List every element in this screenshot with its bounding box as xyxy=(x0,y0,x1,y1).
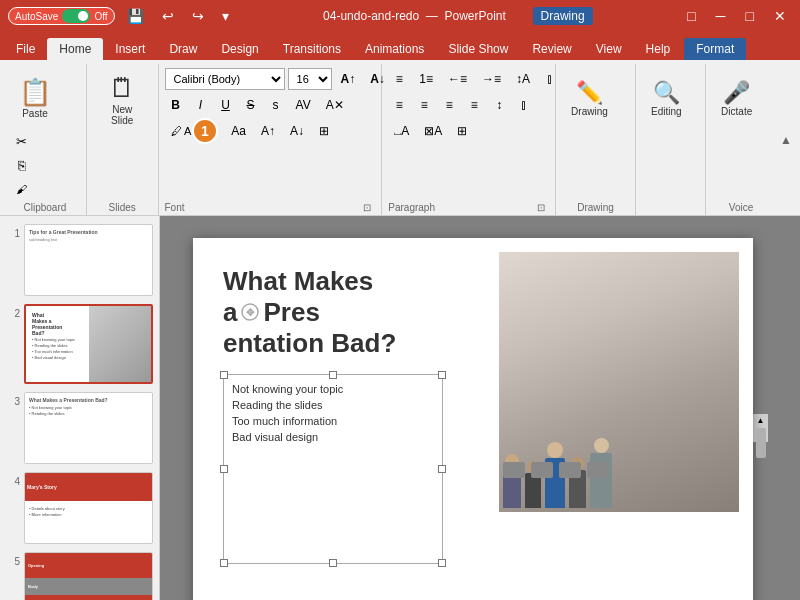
slide-thumb-1[interactable]: 1 Tips for a Great Presentation subheadi… xyxy=(6,224,153,296)
drawing-tab-title: Drawing xyxy=(533,7,593,25)
autosave-state: Off xyxy=(94,11,107,22)
canvas-scrollbar: ▲ ▼ xyxy=(753,414,767,442)
minimize-button[interactable]: ─ xyxy=(710,6,732,26)
italic-button[interactable]: I xyxy=(190,94,212,116)
clipboard-label: Clipboard xyxy=(24,200,67,215)
para-content: ≡ 1≡ ←≡ →≡ ↕A ⫿ ≡ ≡ ≡ ≡ ↕ ⫿ ⎵A ⊠A ⊞ xyxy=(388,64,561,200)
scroll-up-button[interactable]: ▲ xyxy=(754,414,768,428)
more-font-button[interactable]: ⊞ xyxy=(313,120,335,142)
copy-button[interactable]: ⎘ xyxy=(10,154,33,176)
text-direction-button[interactable]: ⎵A xyxy=(388,120,415,142)
tab-slideshow[interactable]: Slide Show xyxy=(436,38,520,60)
drawing-button[interactable]: ✏️ Drawing xyxy=(562,68,617,128)
slide-preview-3[interactable]: What Makes a Presentation Bad? • Not kno… xyxy=(24,392,153,464)
inc-size-button[interactable]: A↑ xyxy=(255,120,281,142)
slide-preview-2[interactable]: What Makes a Presentation Bad? • Not kno… xyxy=(24,304,153,384)
new-slide-button[interactable]: 🗒 New Slide xyxy=(93,68,152,131)
indent-less-button[interactable]: ←≡ xyxy=(442,68,473,90)
columns-button[interactable]: ⫿ xyxy=(513,94,535,116)
tab-view[interactable]: View xyxy=(584,38,634,60)
step-indicator: 1 xyxy=(192,118,218,144)
char-spacing-button[interactable]: AV xyxy=(290,94,317,116)
format-painter-button[interactable]: 🖌 xyxy=(10,178,33,200)
handle-tl[interactable] xyxy=(220,371,228,379)
title-bar-title: 04-undo-and-redo — PowerPoint Drawing xyxy=(235,9,682,23)
maximize-button[interactable]: □ xyxy=(740,6,760,26)
editing-button[interactable]: 🔍 Editing xyxy=(642,68,691,128)
editing-content: 🔍 Editing xyxy=(642,64,691,211)
slide-preview-5[interactable]: Opening Body Close xyxy=(24,552,153,600)
tab-animations[interactable]: Animations xyxy=(353,38,436,60)
dictate-button[interactable]: 🎤 Dictate xyxy=(712,68,761,128)
paste-button[interactable]: 📋 Paste xyxy=(10,68,60,128)
slide-canvas[interactable]: What Makes a ✥ Pres entation Bad? xyxy=(193,238,753,601)
align-center-button[interactable]: ≡ xyxy=(413,94,435,116)
line-spacing-button[interactable]: ↕ xyxy=(488,94,510,116)
app-name: PowerPoint xyxy=(445,9,506,23)
bullet-list-button[interactable]: ≡ xyxy=(388,68,410,90)
ribbon-scroll-right[interactable]: ▲ xyxy=(776,64,796,215)
tab-home[interactable]: Home xyxy=(47,38,103,60)
font-size-select[interactable]: 16 xyxy=(288,68,332,90)
sort-button[interactable]: ↕A xyxy=(510,68,536,90)
font-case-button[interactable]: Aa xyxy=(225,120,252,142)
handle-ml[interactable] xyxy=(220,465,228,473)
text-box-selected[interactable]: Not knowing your topic Reading the slide… xyxy=(223,374,443,564)
para-group-dialog[interactable]: ⊡ xyxy=(533,200,549,215)
tab-design[interactable]: Design xyxy=(209,38,270,60)
slide-thumb-4[interactable]: 4 Mary's Story • Details about story • M… xyxy=(6,472,153,544)
slide-thumb-3[interactable]: 3 What Makes a Presentation Bad? • Not k… xyxy=(6,392,153,464)
indent-more-button[interactable]: →≡ xyxy=(476,68,507,90)
handle-tm[interactable] xyxy=(329,371,337,379)
handle-br[interactable] xyxy=(438,559,446,567)
handle-bm[interactable] xyxy=(329,559,337,567)
scroll-thumb[interactable] xyxy=(756,428,766,458)
tab-help[interactable]: Help xyxy=(634,38,683,60)
paste-label: Paste xyxy=(22,108,48,119)
slide-preview-4[interactable]: Mary's Story • Details about story • Mor… xyxy=(24,472,153,544)
tab-review[interactable]: Review xyxy=(520,38,583,60)
cut-button[interactable]: ✂ xyxy=(10,130,33,152)
svg-text:✥: ✥ xyxy=(246,307,255,318)
tab-transitions[interactable]: Transitions xyxy=(271,38,353,60)
tab-draw[interactable]: Draw xyxy=(157,38,209,60)
autosave-badge[interactable]: AutoSave Off xyxy=(8,7,115,25)
handle-mr[interactable] xyxy=(438,465,446,473)
file-name: 04-undo-and-redo xyxy=(323,9,419,23)
align-text-button[interactable]: ⊠A xyxy=(418,120,448,142)
customize-qat-button[interactable]: ▾ xyxy=(216,6,235,26)
smartart-button[interactable]: ⊞ xyxy=(451,120,473,142)
undo-button[interactable]: ↩ xyxy=(156,6,180,26)
align-left-button[interactable]: ≡ xyxy=(388,94,410,116)
justify-button[interactable]: ≡ xyxy=(463,94,485,116)
handle-tr[interactable] xyxy=(438,371,446,379)
tab-insert[interactable]: Insert xyxy=(103,38,157,60)
underline-button[interactable]: U xyxy=(215,94,237,116)
save-button[interactable]: 💾 xyxy=(121,6,150,26)
redo-button[interactable]: ↪ xyxy=(186,6,210,26)
text-shadow-button[interactable]: s xyxy=(265,94,287,116)
dictate-label: Dictate xyxy=(721,106,752,117)
font-group-dialog[interactable]: ⊡ xyxy=(359,200,375,215)
new-slide-label: New Slide xyxy=(102,104,143,126)
strikethrough-button[interactable]: S xyxy=(240,94,262,116)
autosave-toggle[interactable] xyxy=(62,9,90,23)
handle-bl[interactable] xyxy=(220,559,228,567)
slide-thumb-2[interactable]: 2 What Makes a Presentation Bad? • Not k… xyxy=(6,304,153,384)
clear-format-button[interactable]: A✕ xyxy=(320,94,350,116)
dec-size-button[interactable]: A↓ xyxy=(284,120,310,142)
increase-font-button[interactable]: A↑ xyxy=(335,68,362,90)
slides-content: 🗒 New Slide xyxy=(93,64,152,200)
slide-preview-1[interactable]: Tips for a Great Presentation subheading… xyxy=(24,224,153,296)
tab-format[interactable]: Format xyxy=(684,38,746,60)
align-right-button[interactable]: ≡ xyxy=(438,94,460,116)
slide-5-content: Opening Body Close xyxy=(25,553,152,600)
tab-file[interactable]: File xyxy=(4,38,47,60)
number-list-button[interactable]: 1≡ xyxy=(413,68,439,90)
slide-thumb-5[interactable]: 5 Opening Body Close xyxy=(6,552,153,600)
bold-button[interactable]: B xyxy=(165,94,187,116)
bullet-4: Bad visual design xyxy=(232,431,434,443)
font-family-select[interactable]: Calibri (Body) xyxy=(165,68,285,90)
ribbon-display-button[interactable]: □ xyxy=(681,6,701,26)
close-button[interactable]: ✕ xyxy=(768,6,792,26)
